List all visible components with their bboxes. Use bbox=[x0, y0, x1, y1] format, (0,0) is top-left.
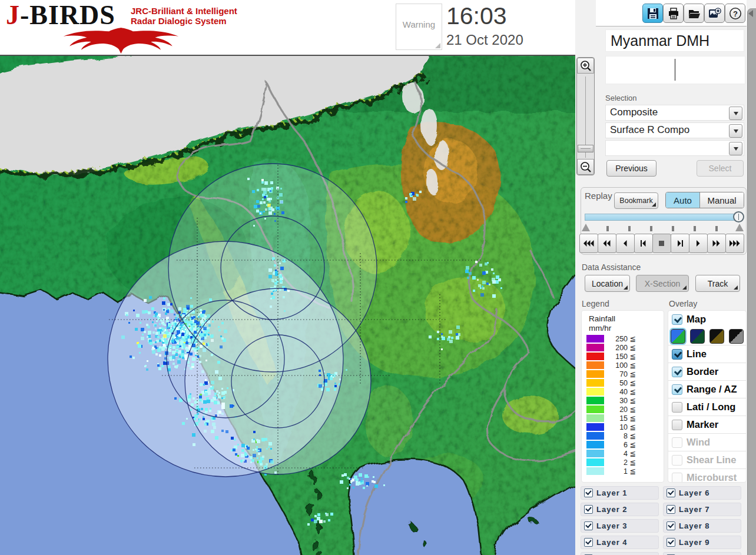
legend-value: 30 ≦ bbox=[603, 396, 636, 405]
selection-dropdown-1[interactable]: Composite bbox=[605, 105, 744, 121]
legend-color-swatch bbox=[586, 423, 604, 431]
overlay-item-label: Line bbox=[687, 348, 707, 360]
layer-toggle-layer-2[interactable]: Layer 2 bbox=[581, 503, 659, 516]
logo-tagline: JRC-Brilliant & Intelligent Radar Dialog… bbox=[131, 6, 237, 26]
layer-toggle-layer-9[interactable]: Layer 9 bbox=[663, 536, 741, 549]
legend-row: 200 ≦ bbox=[582, 343, 664, 352]
overlay-item-map[interactable]: Map bbox=[668, 311, 746, 328]
playback-end-button[interactable] bbox=[671, 234, 689, 253]
chevron-down-icon[interactable] bbox=[729, 107, 742, 120]
previous-button[interactable]: Previous bbox=[606, 160, 656, 177]
layer-toggle-layer-3[interactable]: Layer 3 bbox=[581, 519, 659, 533]
help-button[interactable]: ? bbox=[725, 4, 745, 23]
overlay-item-shear-line[interactable]: Shear Line bbox=[668, 451, 746, 468]
checkbox[interactable] bbox=[672, 367, 682, 377]
legend-color-swatch bbox=[586, 432, 604, 440]
checkbox[interactable] bbox=[667, 505, 675, 514]
blank-input[interactable] bbox=[605, 56, 745, 84]
legend-color-swatch bbox=[586, 450, 604, 457]
legend-color-swatch bbox=[586, 388, 604, 396]
open-folder-button[interactable] bbox=[684, 4, 704, 23]
playback-fwd3-button[interactable] bbox=[725, 234, 744, 253]
layer-toggle-layer-8[interactable]: Layer 8 bbox=[663, 519, 741, 533]
save-button[interactable] bbox=[642, 4, 663, 23]
playback-fwd2-button[interactable] bbox=[707, 234, 726, 253]
replay-label: Replay bbox=[585, 191, 612, 201]
zoom-out-button[interactable] bbox=[577, 159, 594, 175]
panel-collapse-strip[interactable] bbox=[747, 8, 756, 555]
select-button[interactable]: Select bbox=[697, 160, 744, 177]
checkbox[interactable] bbox=[672, 349, 682, 360]
track-button[interactable]: Track bbox=[695, 275, 740, 292]
legend-color-swatch bbox=[586, 370, 604, 378]
checkbox[interactable] bbox=[667, 488, 675, 497]
checkbox[interactable] bbox=[672, 402, 682, 413]
replay-slider-thumb[interactable] bbox=[733, 211, 744, 222]
zoom-in-icon bbox=[580, 60, 592, 72]
warning-box[interactable]: Warning bbox=[396, 4, 442, 50]
layer-toggle-layer-5[interactable]: Layer 5 bbox=[581, 552, 659, 555]
panel-collapse-icon[interactable] bbox=[748, 10, 753, 17]
layer-toggle-layer-4[interactable]: Layer 4 bbox=[581, 536, 659, 549]
playback-start-button[interactable] bbox=[634, 234, 653, 253]
checkbox[interactable] bbox=[672, 384, 682, 395]
overlay-item-lati-long[interactable]: Lati / Long bbox=[668, 398, 746, 416]
map-style-dark-blue-swatch[interactable] bbox=[690, 329, 705, 344]
legend-value: 10 ≦ bbox=[603, 423, 636, 431]
overlay-item-marker[interactable]: Marker bbox=[668, 416, 746, 433]
bookmark-button[interactable]: Bookmark bbox=[614, 192, 658, 209]
selection-dropdown-3[interactable] bbox=[605, 140, 744, 156]
legend-color-swatch bbox=[586, 353, 604, 360]
overlay-item-label: Marker bbox=[687, 419, 718, 430]
playback-play-button[interactable] bbox=[689, 234, 708, 253]
checkbox[interactable] bbox=[584, 488, 593, 497]
slider-tick bbox=[606, 226, 609, 231]
checkbox[interactable] bbox=[672, 420, 682, 430]
slider-start-marker[interactable] bbox=[582, 224, 590, 231]
checkbox[interactable] bbox=[667, 521, 675, 530]
overlay-item-range-az[interactable]: Range / AZ bbox=[668, 380, 746, 398]
playback-rew3-button[interactable] bbox=[579, 234, 598, 253]
map-style-color-swatch[interactable] bbox=[671, 329, 685, 344]
replay-slider-track[interactable] bbox=[585, 214, 741, 221]
checkbox[interactable] bbox=[584, 538, 593, 547]
checkbox[interactable] bbox=[584, 521, 593, 530]
manual-button[interactable]: Manual bbox=[699, 192, 744, 208]
checkbox[interactable] bbox=[584, 505, 593, 514]
auto-button[interactable]: Auto bbox=[666, 192, 699, 208]
chevron-down-icon[interactable] bbox=[729, 142, 742, 155]
playback-stop-button[interactable] bbox=[652, 234, 671, 253]
slider-end-marker[interactable] bbox=[735, 224, 744, 231]
map-style-gray-swatch[interactable] bbox=[729, 329, 744, 344]
playback-prev-button[interactable] bbox=[616, 234, 635, 253]
selection-dropdown-2[interactable]: Surface R Compo bbox=[605, 122, 744, 138]
legend-label: Legend bbox=[582, 299, 609, 308]
checkbox bbox=[672, 437, 682, 448]
zoom-in-button[interactable] bbox=[577, 58, 594, 74]
overlay-item-line[interactable]: Line bbox=[668, 345, 746, 363]
checkbox[interactable] bbox=[667, 538, 675, 547]
overlay-item-border[interactable]: Border bbox=[668, 363, 746, 380]
overlay-item-microburst[interactable]: Microburst bbox=[668, 468, 746, 483]
playback-rew2-button[interactable] bbox=[598, 234, 616, 253]
map-style-olive-swatch[interactable] bbox=[709, 329, 724, 344]
layer-toggle-layer-10[interactable]: Layer 10 bbox=[663, 552, 741, 555]
overlay-item-label: Lati / Long bbox=[687, 401, 735, 413]
location-button[interactable]: Location bbox=[585, 275, 630, 292]
logo-title: J-BIRDS bbox=[6, 2, 115, 28]
checkbox[interactable] bbox=[672, 314, 682, 325]
legend-row: 20 ≦ bbox=[582, 405, 664, 414]
chevron-down-icon[interactable] bbox=[729, 124, 742, 138]
overlay-item-wind[interactable]: Wind bbox=[668, 433, 746, 451]
layer-toggle-layer-6[interactable]: Layer 6 bbox=[663, 486, 741, 500]
print-button[interactable] bbox=[663, 4, 684, 23]
add-image-button[interactable] bbox=[704, 4, 725, 23]
layer-toggle-layer-7[interactable]: Layer 7 bbox=[663, 503, 741, 516]
legend-value: 250 ≦ bbox=[603, 334, 636, 343]
radar-map[interactable] bbox=[0, 56, 575, 555]
checkbox bbox=[672, 455, 682, 466]
legend-row: 6 ≦ bbox=[582, 440, 664, 449]
layer-toggle-layer-1[interactable]: Layer 1 bbox=[581, 486, 659, 500]
x-section-button[interactable]: X-Section bbox=[636, 275, 689, 292]
zoom-slider-thumb[interactable] bbox=[578, 145, 593, 152]
